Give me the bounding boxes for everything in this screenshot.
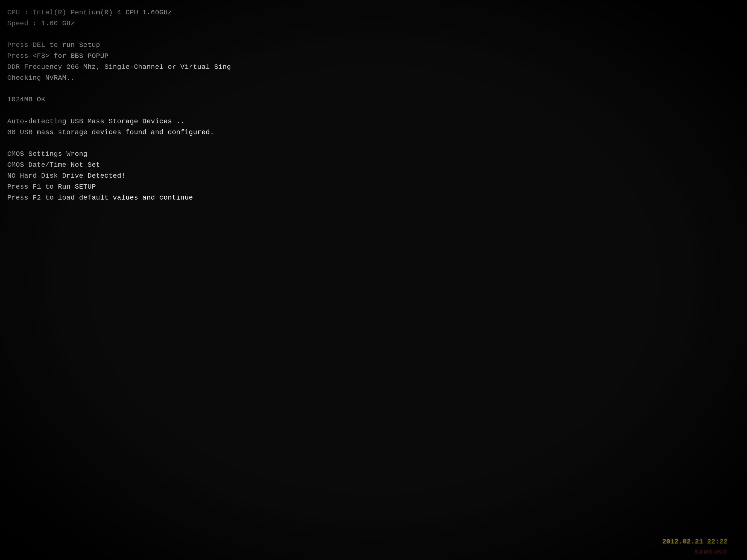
blank-3 bbox=[7, 105, 740, 116]
press-f8-line: Press <F8> for BBS POPUP bbox=[7, 51, 740, 62]
timestamp: 2012.02.21 22:22 bbox=[662, 538, 727, 545]
blank-4 bbox=[7, 138, 740, 149]
bios-content: CPU : Intel(R) Pentium(R) 4 CPU 1.60GHz … bbox=[7, 5, 740, 203]
memory-ok-line: 1024MB OK bbox=[7, 94, 740, 105]
press-f1-line: Press F1 to Run SETUP bbox=[7, 182, 740, 192]
speed-line: Speed : 1.60 GHz bbox=[7, 18, 740, 29]
bios-text-block: CPU : Intel(R) Pentium(R) 4 CPU 1.60GHz … bbox=[7, 7, 740, 203]
cmos-datetime-line: CMOS Date/Time Not Set bbox=[7, 160, 740, 170]
bios-screen: CPU : Intel(R) Pentium(R) 4 CPU 1.60GHz … bbox=[0, 0, 747, 560]
press-f2-line: Press F2 to load default values and cont… bbox=[7, 192, 740, 204]
blank-1 bbox=[7, 29, 740, 40]
usb-found-line: 00 USB mass storage devices found and co… bbox=[7, 127, 740, 138]
checking-nvram-line: Checking NVRAM.. bbox=[7, 73, 740, 84]
press-del-line: Press DEL to run Setup bbox=[7, 40, 740, 51]
ddr-frequency-line: DDR Frequency 266 Mhz, Single-Channel or… bbox=[7, 62, 740, 73]
blank-2 bbox=[7, 84, 740, 95]
cpu-line: CPU : Intel(R) Pentium(R) 4 CPU 1.60GHz bbox=[7, 7, 740, 18]
no-hdd-line: NO Hard Disk Drive Detected! bbox=[7, 170, 740, 182]
samsung-brand: SAMSUNG bbox=[694, 549, 727, 555]
usb-detecting-line: Auto-detecting USB Mass Storage Devices … bbox=[7, 116, 740, 127]
cmos-wrong-line: CMOS Settings Wrong bbox=[7, 149, 740, 160]
